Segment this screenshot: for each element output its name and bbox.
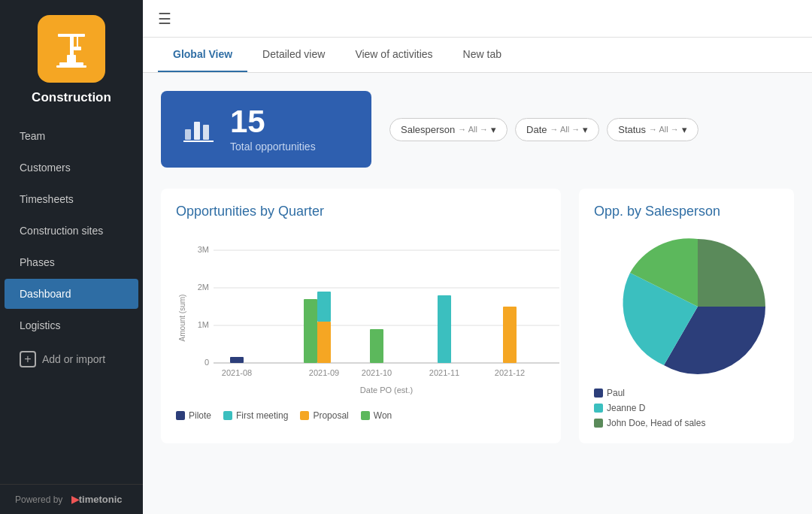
svg-rect-7 bbox=[185, 129, 191, 140]
filter-status[interactable]: Status → All → ▾ bbox=[607, 118, 698, 141]
chart-bar-icon bbox=[182, 111, 215, 147]
sidebar-item-team[interactable]: Team bbox=[5, 121, 138, 151]
svg-rect-25 bbox=[370, 329, 383, 363]
svg-rect-9 bbox=[203, 125, 209, 140]
bar-chart-svg: Amount (sum) 3M 2M 1M 0 bbox=[176, 231, 567, 404]
svg-text:0: 0 bbox=[205, 358, 209, 367]
svg-rect-2 bbox=[58, 34, 85, 37]
sidebar-app-title: Construction bbox=[32, 90, 111, 105]
legend-john-doe: John Doe, Head of sales bbox=[594, 418, 779, 428]
legend-paul: Paul bbox=[594, 388, 779, 398]
main-content: ☰ Global View Detailed view View of acti… bbox=[143, 0, 812, 514]
charts-row: Opportunities by Quarter Amount (sum) 3M… bbox=[161, 189, 794, 443]
total-opportunities-card: 15 Total opportunities bbox=[161, 91, 371, 168]
sidebar-footer: Powered by ▶timetonic bbox=[0, 484, 143, 514]
svg-text:2021-10: 2021-10 bbox=[362, 368, 392, 377]
legend-proposal: Proposal bbox=[300, 410, 348, 421]
stat-filter-row: 15 Total opportunities Salesperson → All… bbox=[161, 91, 794, 168]
sidebar-item-logistics[interactable]: Logistics bbox=[5, 310, 138, 340]
svg-rect-23 bbox=[317, 322, 331, 363]
menu-icon[interactable]: ☰ bbox=[158, 10, 171, 28]
pie-chart-title: Opp. by Salesperson bbox=[594, 204, 779, 219]
sidebar-item-construction-sites[interactable]: Construction sites bbox=[5, 216, 138, 246]
svg-text:2021-08: 2021-08 bbox=[222, 368, 252, 377]
timetonic-brand: ▶timetonic bbox=[71, 494, 123, 505]
bar-chart-card: Opportunities by Quarter Amount (sum) 3M… bbox=[161, 189, 561, 443]
sidebar-nav: Team Customers Timesheets Construction s… bbox=[0, 114, 143, 484]
legend-pilote: Pilote bbox=[176, 410, 211, 421]
filter-salesperson[interactable]: Salesperson → All → ▾ bbox=[389, 118, 508, 141]
legend-won: Won bbox=[361, 410, 392, 421]
tab-new-tab[interactable]: New tab bbox=[448, 38, 517, 72]
bar-chart-title: Opportunities by Quarter bbox=[176, 204, 546, 219]
sidebar: Construction Team Customers Timesheets C… bbox=[0, 0, 143, 514]
dashboard-content: 15 Total opportunities Salesperson → All… bbox=[143, 73, 812, 514]
svg-rect-5 bbox=[59, 62, 83, 65]
filter-buttons: Salesperson → All → ▾ Date → All → ▾ Sta… bbox=[389, 118, 698, 141]
sidebar-logo: Construction bbox=[0, 0, 143, 114]
svg-rect-8 bbox=[194, 122, 200, 140]
pie-chart-svg bbox=[623, 231, 773, 382]
svg-rect-21 bbox=[230, 357, 244, 363]
stat-text: 15 Total opportunities bbox=[230, 106, 316, 153]
sidebar-item-phases[interactable]: Phases bbox=[5, 247, 138, 277]
svg-text:2021-11: 2021-11 bbox=[429, 368, 459, 377]
svg-rect-24 bbox=[317, 292, 331, 322]
crane-icon bbox=[49, 26, 94, 71]
svg-text:3M: 3M bbox=[198, 245, 209, 254]
stat-number: 15 bbox=[230, 106, 316, 138]
add-or-import-button[interactable]: + Add or import bbox=[5, 342, 138, 376]
svg-rect-27 bbox=[503, 307, 517, 363]
svg-rect-26 bbox=[438, 295, 451, 363]
tabs-bar: Global View Detailed view View of activi… bbox=[143, 38, 812, 73]
bar-chart-wrap: Amount (sum) 3M 2M 1M 0 bbox=[176, 231, 546, 404]
svg-text:2M: 2M bbox=[198, 283, 209, 292]
svg-text:2021-09: 2021-09 bbox=[309, 368, 339, 377]
pie-chart-legend: Paul Jeanne D John Doe, Head of sales bbox=[594, 388, 779, 428]
sidebar-item-customers[interactable]: Customers bbox=[5, 153, 138, 183]
sidebar-item-timesheets[interactable]: Timesheets bbox=[5, 184, 138, 214]
svg-text:Date PO (est.): Date PO (est.) bbox=[360, 386, 413, 395]
svg-text:1M: 1M bbox=[198, 320, 209, 329]
pie-chart-card: Opp. by Salesperson bbox=[579, 189, 794, 443]
svg-rect-22 bbox=[304, 299, 317, 363]
legend-first-meeting: First meeting bbox=[223, 410, 288, 421]
topbar: ☰ bbox=[143, 0, 812, 38]
svg-rect-4 bbox=[74, 47, 81, 50]
legend-jeanne: Jeanne D bbox=[594, 403, 779, 413]
sidebar-item-dashboard[interactable]: Dashboard bbox=[5, 279, 138, 309]
pie-chart-wrap bbox=[594, 231, 779, 382]
app-logo-icon bbox=[38, 15, 105, 83]
stat-label: Total opportunities bbox=[230, 141, 316, 153]
svg-rect-6 bbox=[56, 65, 86, 68]
svg-text:2021-12: 2021-12 bbox=[495, 368, 525, 377]
add-icon: + bbox=[20, 351, 36, 367]
filter-date[interactable]: Date → All → ▾ bbox=[515, 118, 599, 141]
tab-view-of-activities[interactable]: View of activities bbox=[340, 38, 447, 72]
bar-chart-legend: Pilote First meeting Proposal Won bbox=[176, 410, 546, 421]
tab-detailed-view[interactable]: Detailed view bbox=[247, 38, 340, 72]
tab-global-view[interactable]: Global View bbox=[158, 38, 247, 72]
svg-text:Amount (sum): Amount (sum) bbox=[178, 295, 186, 342]
svg-rect-1 bbox=[70, 34, 74, 56]
